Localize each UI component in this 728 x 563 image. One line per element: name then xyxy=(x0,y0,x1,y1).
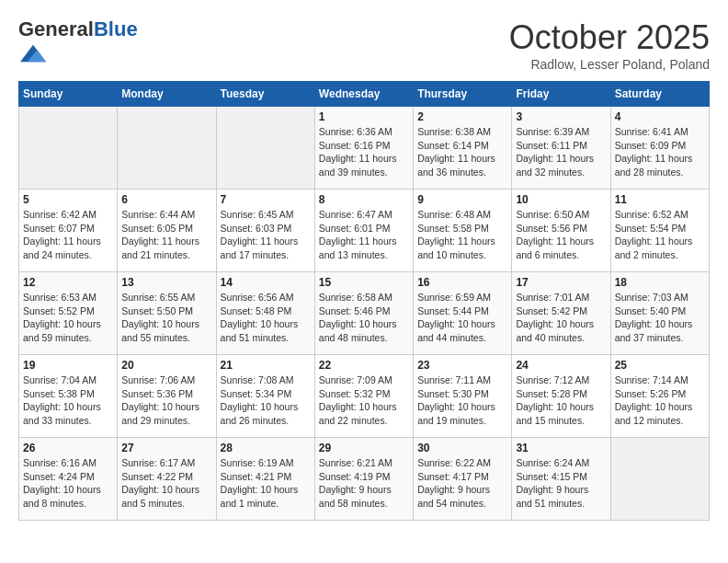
calendar-cell: 7Sunrise: 6:45 AMSunset: 6:03 PMDaylight… xyxy=(216,190,314,272)
day-number: 18 xyxy=(615,276,705,289)
day-sun-info: Sunrise: 6:42 AMSunset: 6:07 PMDaylight:… xyxy=(23,208,113,262)
month-title: October 2025 xyxy=(509,18,710,57)
calendar-week-row: 19Sunrise: 7:04 AMSunset: 5:38 PMDayligh… xyxy=(19,355,710,438)
day-sun-info: Sunrise: 6:41 AMSunset: 6:09 PMDaylight:… xyxy=(615,125,705,179)
day-number: 2 xyxy=(417,110,507,123)
calendar-cell xyxy=(19,107,118,190)
calendar-cell: 20Sunrise: 7:06 AMSunset: 5:36 PMDayligh… xyxy=(118,355,216,438)
day-number: 20 xyxy=(121,359,211,372)
calendar-cell: 16Sunrise: 6:59 AMSunset: 5:44 PMDayligh… xyxy=(414,272,512,355)
day-number: 15 xyxy=(319,276,409,289)
day-number: 4 xyxy=(615,110,705,123)
day-number: 3 xyxy=(516,110,606,123)
day-number: 14 xyxy=(221,276,311,289)
calendar-table: SundayMondayTuesdayWednesdayThursdayFrid… xyxy=(18,81,710,521)
calendar-cell: 9Sunrise: 6:48 AMSunset: 5:58 PMDaylight… xyxy=(414,190,512,272)
day-number: 16 xyxy=(417,276,507,289)
calendar-cell: 22Sunrise: 7:09 AMSunset: 5:32 PMDayligh… xyxy=(314,355,413,438)
calendar-week-row: 1Sunrise: 6:36 AMSunset: 6:16 PMDaylight… xyxy=(19,107,710,190)
day-number: 5 xyxy=(23,193,113,206)
day-number: 28 xyxy=(221,442,311,454)
day-number: 26 xyxy=(23,442,113,454)
calendar-week-row: 26Sunrise: 6:16 AMSunset: 4:24 PMDayligh… xyxy=(19,438,710,521)
day-number: 27 xyxy=(121,442,211,454)
logo: GeneralBlue xyxy=(18,18,138,70)
day-number: 7 xyxy=(221,193,311,206)
calendar-cell: 14Sunrise: 6:56 AMSunset: 5:48 PMDayligh… xyxy=(216,272,314,355)
day-number: 6 xyxy=(121,193,211,206)
title-block: October 2025 Radlow, Lesser Poland, Pola… xyxy=(509,18,710,72)
day-sun-info: Sunrise: 6:58 AMSunset: 5:46 PMDaylight:… xyxy=(319,291,409,345)
calendar-cell: 30Sunrise: 6:22 AMSunset: 4:17 PMDayligh… xyxy=(414,438,512,521)
calendar-cell: 13Sunrise: 6:55 AMSunset: 5:50 PMDayligh… xyxy=(118,272,216,355)
day-sun-info: Sunrise: 6:53 AMSunset: 5:52 PMDaylight:… xyxy=(23,291,113,345)
logo-blue-text: Blue xyxy=(94,17,138,40)
calendar-cell: 17Sunrise: 7:01 AMSunset: 5:42 PMDayligh… xyxy=(512,272,610,355)
day-sun-info: Sunrise: 7:09 AMSunset: 5:32 PMDaylight:… xyxy=(319,373,409,428)
calendar-cell xyxy=(216,107,314,190)
day-sun-info: Sunrise: 6:17 AMSunset: 4:22 PMDaylight:… xyxy=(121,456,211,511)
weekday-header-sunday: Sunday xyxy=(19,82,118,107)
day-sun-info: Sunrise: 7:04 AMSunset: 5:38 PMDaylight:… xyxy=(23,373,113,428)
day-number: 21 xyxy=(221,359,311,372)
day-number: 9 xyxy=(417,193,507,206)
calendar-cell: 26Sunrise: 6:16 AMSunset: 4:24 PMDayligh… xyxy=(19,438,118,521)
weekday-header-wednesday: Wednesday xyxy=(314,82,413,107)
day-number: 1 xyxy=(319,110,409,123)
logo-icon xyxy=(20,40,46,66)
calendar-cell xyxy=(118,107,216,190)
day-sun-info: Sunrise: 6:45 AMSunset: 6:03 PMDaylight:… xyxy=(221,208,311,262)
day-number: 19 xyxy=(23,359,113,372)
day-sun-info: Sunrise: 7:06 AMSunset: 5:36 PMDaylight:… xyxy=(121,373,211,428)
day-sun-info: Sunrise: 6:52 AMSunset: 5:54 PMDaylight:… xyxy=(615,208,705,262)
day-sun-info: Sunrise: 7:12 AMSunset: 5:28 PMDaylight:… xyxy=(516,373,606,428)
day-sun-info: Sunrise: 6:59 AMSunset: 5:44 PMDaylight:… xyxy=(417,291,507,345)
calendar-cell: 18Sunrise: 7:03 AMSunset: 5:40 PMDayligh… xyxy=(610,272,709,355)
weekday-header-row: SundayMondayTuesdayWednesdayThursdayFrid… xyxy=(19,82,710,107)
day-number: 25 xyxy=(615,359,705,372)
day-number: 31 xyxy=(516,442,606,454)
day-number: 12 xyxy=(23,276,113,289)
day-number: 29 xyxy=(319,442,409,454)
day-sun-info: Sunrise: 6:19 AMSunset: 4:21 PMDaylight:… xyxy=(221,456,311,511)
weekday-header-thursday: Thursday xyxy=(414,82,512,107)
calendar-cell: 6Sunrise: 6:44 AMSunset: 6:05 PMDaylight… xyxy=(118,190,216,272)
day-number: 17 xyxy=(516,276,606,289)
day-sun-info: Sunrise: 7:14 AMSunset: 5:26 PMDaylight:… xyxy=(615,373,705,428)
day-number: 22 xyxy=(319,359,409,372)
day-number: 8 xyxy=(319,193,409,206)
calendar-cell: 19Sunrise: 7:04 AMSunset: 5:38 PMDayligh… xyxy=(19,355,118,438)
page-header: GeneralBlue October 2025 Radlow, Lesser … xyxy=(18,18,710,72)
day-number: 10 xyxy=(516,193,606,206)
day-sun-info: Sunrise: 6:21 AMSunset: 4:19 PMDaylight:… xyxy=(319,456,409,511)
calendar-cell: 10Sunrise: 6:50 AMSunset: 5:56 PMDayligh… xyxy=(512,190,610,272)
calendar-cell: 25Sunrise: 7:14 AMSunset: 5:26 PMDayligh… xyxy=(610,355,709,438)
day-sun-info: Sunrise: 6:24 AMSunset: 4:15 PMDaylight:… xyxy=(516,456,606,511)
day-sun-info: Sunrise: 6:48 AMSunset: 5:58 PMDaylight:… xyxy=(417,208,507,262)
day-number: 11 xyxy=(615,193,705,206)
day-number: 13 xyxy=(121,276,211,289)
calendar-cell: 28Sunrise: 6:19 AMSunset: 4:21 PMDayligh… xyxy=(216,438,314,521)
calendar-cell: 23Sunrise: 7:11 AMSunset: 5:30 PMDayligh… xyxy=(414,355,512,438)
calendar-cell: 2Sunrise: 6:38 AMSunset: 6:14 PMDaylight… xyxy=(414,107,512,190)
day-sun-info: Sunrise: 6:56 AMSunset: 5:48 PMDaylight:… xyxy=(221,291,311,345)
calendar-cell: 24Sunrise: 7:12 AMSunset: 5:28 PMDayligh… xyxy=(512,355,610,438)
calendar-cell: 4Sunrise: 6:41 AMSunset: 6:09 PMDaylight… xyxy=(610,107,709,190)
day-sun-info: Sunrise: 7:01 AMSunset: 5:42 PMDaylight:… xyxy=(516,291,606,345)
calendar-cell: 3Sunrise: 6:39 AMSunset: 6:11 PMDaylight… xyxy=(512,107,610,190)
day-sun-info: Sunrise: 6:22 AMSunset: 4:17 PMDaylight:… xyxy=(417,456,507,511)
day-sun-info: Sunrise: 7:11 AMSunset: 5:30 PMDaylight:… xyxy=(417,373,507,428)
calendar-cell: 11Sunrise: 6:52 AMSunset: 5:54 PMDayligh… xyxy=(610,190,709,272)
day-sun-info: Sunrise: 6:36 AMSunset: 6:16 PMDaylight:… xyxy=(319,125,409,179)
calendar-cell: 5Sunrise: 6:42 AMSunset: 6:07 PMDaylight… xyxy=(19,190,118,272)
weekday-header-saturday: Saturday xyxy=(610,82,709,107)
day-number: 24 xyxy=(516,359,606,372)
calendar-cell: 1Sunrise: 6:36 AMSunset: 6:16 PMDaylight… xyxy=(314,107,413,190)
logo-general-text: General xyxy=(18,17,94,40)
day-sun-info: Sunrise: 6:55 AMSunset: 5:50 PMDaylight:… xyxy=(121,291,211,345)
weekday-header-monday: Monday xyxy=(118,82,216,107)
weekday-header-tuesday: Tuesday xyxy=(216,82,314,107)
day-sun-info: Sunrise: 6:47 AMSunset: 6:01 PMDaylight:… xyxy=(319,208,409,262)
day-sun-info: Sunrise: 6:16 AMSunset: 4:24 PMDaylight:… xyxy=(23,456,113,511)
calendar-cell: 31Sunrise: 6:24 AMSunset: 4:15 PMDayligh… xyxy=(512,438,610,521)
